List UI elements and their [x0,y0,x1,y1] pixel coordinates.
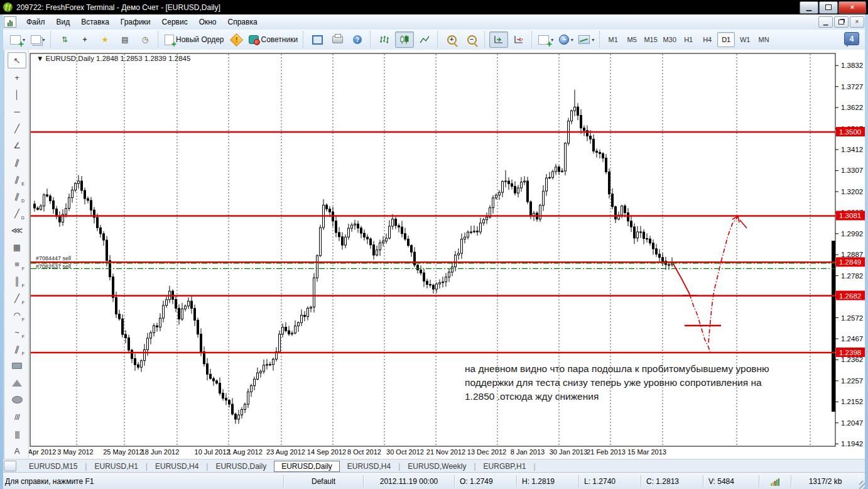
crosshair-tool[interactable]: + [8,69,26,85]
price-level-badge-label: 1.3081 [839,212,861,219]
timeframe-w1[interactable]: W1 [736,32,754,47]
templates-button[interactable]: ▾ [577,31,596,48]
chart-tab-3[interactable]: EURUSD,Daily [208,461,274,472]
fibo-channel-tool[interactable]: ∥F [8,341,26,357]
notifications-badge[interactable]: 4 [844,32,859,45]
navigator-button[interactable]: ★ [95,31,114,48]
fibo-retracement-tool[interactable]: ≡F [8,256,26,272]
chart-tab-bar: EURUSD,M15|EURUSD,H1|EURUSD,H4|EURUSD,Da… [0,459,868,473]
rectangle-tool[interactable] [8,358,26,374]
menu-item-5[interactable]: Окно [193,16,222,28]
line-chart-mode-button[interactable] [415,31,434,48]
chart-tab-6[interactable]: EURUSD,Weekly [400,461,474,472]
x-axis-label: 11 Apr 2012 [29,448,56,456]
trend-angle-tool[interactable]: ∠ [8,137,26,153]
timeframe-h4[interactable]: H4 [698,32,716,47]
data-window-button[interactable]: + [75,31,94,48]
timeframe-h1[interactable]: H1 [680,32,697,47]
fibo-arcs-tool-icon: ◠ [13,310,20,320]
chart-tab-2[interactable]: EURUSD,H4 [148,461,206,472]
equidistant-channel-tool[interactable]: ∥ [8,154,26,170]
fibo-timezones-tool[interactable]: ║F [8,273,26,289]
bar-chart-icon [379,35,389,44]
fibo-expansion-tool[interactable]: ~F [8,324,26,340]
status-profile[interactable]: Default [284,475,364,487]
child-close-button[interactable]: × [850,16,864,28]
profiles-button[interactable]: ▾ [28,31,47,48]
timeframe-m30[interactable]: M30 [661,32,678,47]
child-restore-button[interactable] [834,16,849,28]
menu-item-1[interactable]: Вид [51,16,76,28]
timeframe-m15[interactable]: M15 [642,32,659,47]
tab-separator: | [533,462,535,471]
menu-item-0[interactable]: Файл [21,16,51,28]
triangle-tool[interactable] [8,375,26,391]
timeframe-mn[interactable]: MN [755,32,773,47]
menu-item-3[interactable]: Графики [115,16,156,28]
candlestick-mode-button[interactable] [395,31,414,48]
gann-fan-tool[interactable]: ⋘ [8,222,26,238]
stddev-channel-tool[interactable]: ∥E [8,171,26,187]
tool-sub-label: G [21,216,24,220]
chart-tab-5[interactable]: EURUSD,H4 [340,461,398,472]
regression-channel-tool[interactable]: ∥D [8,188,26,204]
trend-angle-tool-icon: ∠ [13,141,21,150]
fibo-fan-tool[interactable]: ╱F [8,290,26,306]
vertical-line-tool[interactable]: │ [8,86,26,102]
cursor-tool[interactable]: ↖ [8,52,26,69]
tab-scroll-button[interactable] [4,461,16,471]
x-axis-label: 8 Jan 2013 [511,448,545,456]
help-button[interactable]: ? [348,31,367,48]
status-open: O: 1.2749 [455,475,517,487]
print-button[interactable] [328,31,347,48]
text-tool[interactable]: A [8,442,26,459]
indicators-button[interactable]: +▾ [536,31,555,48]
menu-item-6[interactable]: Справка [222,16,263,28]
periods-button[interactable]: ▾ [556,31,575,48]
ellipse-tool[interactable] [8,392,26,408]
trendline-tool[interactable]: ╱ [8,120,26,136]
timeframe-m5[interactable]: M5 [623,32,641,47]
maximize-button[interactable] [819,1,838,14]
zoom-out-button[interactable]: − [462,31,481,48]
child-minimize-button[interactable]: ▁ [818,16,833,28]
y-tick-label: 1.3202 [841,188,863,195]
cycle-lines-tool[interactable]: ||| [8,426,26,442]
chart-shift-button[interactable] [509,31,528,48]
new-order-button[interactable]: + Новый Ордер [163,31,225,48]
auto-scroll-button[interactable] [489,31,508,48]
menu-item-2[interactable]: Вставка [75,16,115,28]
terminal-button[interactable]: ▤ [116,31,134,48]
restore-icon [825,4,832,10]
timeframe-m1[interactable]: M1 [604,32,622,47]
bar-chart-mode-button[interactable] [375,31,394,48]
metaeditor-button[interactable]: ! [227,31,246,48]
chart-tab-4[interactable]: EURUSD,Daily [274,461,340,472]
minimize-button[interactable]: ▁ [800,1,818,14]
fullscreen-button[interactable] [308,31,327,48]
new-chart-button[interactable]: +▾ [8,31,27,48]
chart-tab-1[interactable]: EURUSD,H1 [87,461,145,472]
fibo-fan-tool-icon: ╱ [14,294,19,303]
market-watch-button[interactable]: ⇅ [55,31,74,48]
fibo-arcs-tool[interactable]: ◠F [8,307,26,323]
zoom-in-button[interactable]: + [442,31,461,48]
order-label: #7084447 sell [36,255,71,261]
journal-icon: ▤ [121,35,128,44]
chart-tab-0[interactable]: EURUSD,M15 [21,461,85,472]
horizontal-line-tool[interactable]: ─ [8,103,26,119]
expert-advisors-button[interactable]: Советники [247,31,300,48]
chart-window[interactable]: #7084447 sell#7082537 sell1.38321.37271.… [29,50,868,459]
chart-window-icon[interactable] [4,16,16,28]
tester-icon: ◷ [142,35,148,44]
market-watch-icon: ⇅ [62,35,68,44]
gann-line-tool[interactable]: ╱G [8,205,26,221]
chart-tab-7[interactable]: EURGBP,H1 [476,461,534,472]
gann-grid-tool[interactable]: ▦ [8,239,26,255]
pitchfork-tool[interactable]: /// [8,409,26,425]
close-button[interactable]: × [838,1,866,14]
timeframe-d1[interactable]: D1 [717,32,735,47]
strategy-tester-button[interactable]: ◷ [136,31,155,48]
x-axis-label: 8 Oct 2012 [347,448,381,456]
menu-item-4[interactable]: Сервис [156,16,193,28]
